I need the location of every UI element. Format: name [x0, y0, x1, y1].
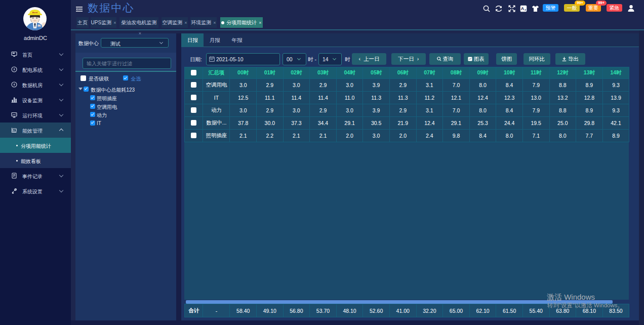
svg-text:A: A	[521, 6, 525, 11]
svg-text:z: z	[525, 8, 526, 11]
svg-text:Acrel: Acrel	[32, 11, 37, 14]
svg-text:Acrel: Acrel	[38, 25, 41, 27]
